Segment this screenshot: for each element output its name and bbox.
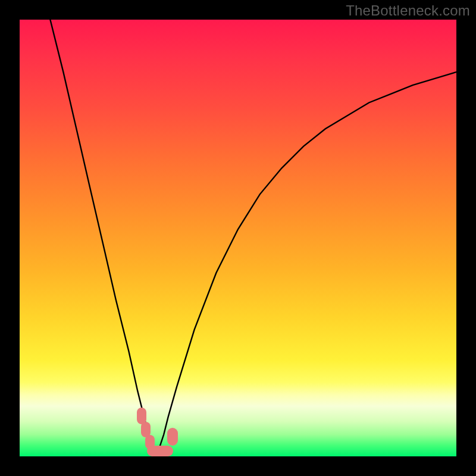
curve-marker — [147, 446, 173, 456]
chart-plot-area — [20, 20, 456, 456]
highlight-markers — [20, 20, 456, 456]
watermark-text: TheBottleneck.com — [346, 2, 470, 19]
curve-marker — [167, 428, 178, 446]
